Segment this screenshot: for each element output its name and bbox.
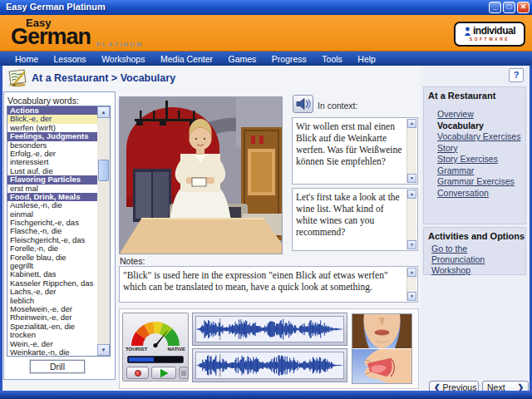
- maximize-button[interactable]: □: [503, 2, 515, 13]
- scroll-down-icon[interactable]: ▼: [97, 344, 110, 356]
- vocab-item[interactable]: Forelle,-n, die: [7, 244, 97, 253]
- vocab-item[interactable]: Lust auf, die: [7, 167, 97, 175]
- play-button[interactable]: [151, 367, 176, 379]
- german-scrollbar[interactable]: ▲ ▼: [406, 119, 416, 183]
- nav-item-media-center[interactable]: Media Center: [160, 54, 213, 64]
- vocab-item[interactable]: erst mal: [7, 185, 97, 193]
- audio-controls: ▦: [126, 367, 189, 379]
- scroll-up-icon[interactable]: ▲: [407, 268, 416, 277]
- vocab-category-header: Feelings, Judgments: [7, 132, 97, 140]
- vocab-item[interactable]: Lachs,-e, der: [7, 288, 97, 296]
- video-still: [120, 97, 282, 254]
- vocab-item[interactable]: Weinkarte,-n, die: [7, 348, 97, 356]
- scroll-down-icon[interactable]: ▼: [407, 292, 416, 301]
- vocab-item[interactable]: werfen (wirft): [7, 124, 97, 132]
- scroll-down-icon[interactable]: ▼: [407, 240, 416, 249]
- native-label: NATIVE: [167, 347, 185, 352]
- context-english-box[interactable]: Let's first take a look at the wine list…: [292, 188, 418, 251]
- sidebar-link-story-exercises[interactable]: Story Exercises: [437, 154, 520, 165]
- record-button[interactable]: [126, 367, 149, 379]
- nav-bar-wrap: HomeLessonsWorkshopsMedia CenterGamesPro…: [0, 52, 532, 66]
- nav-item-home[interactable]: Home: [15, 54, 38, 64]
- vocab-item[interactable]: lieblich: [7, 297, 97, 305]
- breadcrumb: At a Restaurant > Vocabulary: [32, 72, 175, 84]
- vocab-item[interactable]: besonders: [7, 141, 97, 150]
- vocab-category-header: Actions: [7, 106, 97, 115]
- sidebar-link-story[interactable]: Story: [437, 143, 520, 155]
- drill-button[interactable]: Drill: [30, 360, 85, 373]
- vocab-item[interactable]: Erfolg,-e, der: [7, 150, 97, 158]
- window-controls: _ □ ✕: [489, 2, 530, 13]
- lesson-links: OverviewVocabularyVocabulary ExercisesSt…: [437, 109, 520, 199]
- logo-platinum: PLATINUM: [96, 41, 144, 48]
- vocab-category-header: Food, Drink, Meals: [7, 193, 97, 201]
- scroll-thumb[interactable]: [98, 160, 109, 181]
- vocab-item[interactable]: einmal: [7, 210, 97, 219]
- vocab-item[interactable]: Auslese,-n, die: [7, 201, 97, 209]
- nav-item-lessons[interactable]: Lessons: [54, 54, 86, 64]
- vocab-item[interactable]: Flasche,-n, die: [7, 227, 97, 235]
- recording-progress-fill: [129, 357, 154, 362]
- sidebar-link-vocabulary[interactable]: Vocabulary: [437, 121, 520, 132]
- context-german-box[interactable]: Wir wollen erst mal einen Blick auf die …: [292, 117, 418, 185]
- sidebar-link-grammar-exercises[interactable]: Grammar Exercises: [437, 176, 520, 188]
- context-english-text: Let's first take a look at the wine list…: [296, 191, 405, 238]
- native-waveform-graph: [196, 317, 343, 342]
- user-waveform-graph: [196, 352, 343, 378]
- minimize-button[interactable]: _: [489, 2, 501, 13]
- notes-box[interactable]: "Blick" is used here in the expression "…: [119, 266, 418, 303]
- scroll-up-icon[interactable]: ▲: [407, 119, 416, 128]
- video-player[interactable]: [119, 96, 283, 254]
- scroll-up-icon[interactable]: ▲: [97, 106, 110, 118]
- vocab-item[interactable]: gegrillt: [7, 262, 97, 270]
- nav-bar: HomeLessonsWorkshopsMedia CenterGamesPro…: [0, 54, 376, 64]
- activities-title: Activities and Options: [428, 231, 525, 241]
- sidebar-link-vocabulary-exercises[interactable]: Vocabulary Exercises: [437, 131, 520, 143]
- context-german-text: Wir wollen erst mal einen Blick auf die …: [296, 121, 405, 167]
- help-button[interactable]: ?: [509, 68, 524, 82]
- window-title: Easy German Platinum: [6, 2, 106, 12]
- speaker-icon: [295, 97, 311, 111]
- nav-item-workshops[interactable]: Workshops: [101, 54, 145, 64]
- context-audio-button[interactable]: [293, 95, 313, 113]
- activities-link[interactable]: Go to the Pronunciation Workshop: [431, 244, 523, 276]
- vocab-item[interactable]: Rheinwein,-e, der: [7, 313, 97, 322]
- vocab-item[interactable]: interessiert: [7, 158, 97, 166]
- vocab-category-header: Flavoring Particles: [7, 175, 97, 184]
- scroll-up-icon[interactable]: ▲: [407, 190, 416, 199]
- vocab-item[interactable]: Blick,-e, der: [7, 115, 97, 123]
- vocab-list: ActionsBlick,-e, derwerfen (wirft)Feelin…: [7, 106, 97, 356]
- vocab-item[interactable]: Kabinett, das: [7, 270, 97, 278]
- sidebar-link-grammar[interactable]: Grammar: [437, 165, 520, 177]
- grid-icon: ▦: [180, 370, 187, 377]
- vocab-item[interactable]: Fleischgericht,-e, das: [7, 236, 97, 244]
- nav-item-games[interactable]: Games: [228, 54, 256, 64]
- play-icon: [160, 369, 168, 377]
- vocab-listbox: ActionsBlick,-e, derwerfen (wirft)Feelin…: [7, 106, 111, 357]
- nav-item-help[interactable]: Help: [357, 54, 376, 64]
- notes-scrollbar[interactable]: ▲ ▼: [406, 268, 416, 301]
- easy-german-logo: German: [11, 24, 91, 50]
- vocab-item[interactable]: Forelle blau, die: [7, 254, 97, 262]
- options-button[interactable]: ▦: [179, 367, 189, 379]
- scroll-down-icon[interactable]: ▼: [407, 174, 416, 183]
- vocab-item[interactable]: Fischgericht,-e, das: [7, 219, 97, 227]
- vocab-item[interactable]: Spezialität,-en, die: [7, 323, 97, 331]
- nav-item-tools[interactable]: Tools: [322, 54, 342, 64]
- app-header: Easy German PLATINUM individual SOFTWARE: [0, 15, 532, 52]
- vocab-item[interactable]: trocken: [7, 331, 97, 339]
- tourist-label: TOURIST: [126, 347, 147, 352]
- pronunciation-gauge-panel: TOURIST NATIVE ▦: [122, 313, 189, 382]
- english-scrollbar[interactable]: ▲ ▼: [406, 190, 416, 249]
- sidebar-link-overview[interactable]: Overview: [437, 109, 520, 121]
- vocab-item[interactable]: Kasseler Rippchen, das: [7, 279, 97, 288]
- vocab-item[interactable]: Wein,-e, der: [7, 340, 97, 348]
- vocab-item[interactable]: Moselwein,-e, der: [7, 305, 97, 313]
- nav-item-progress[interactable]: Progress: [272, 54, 307, 64]
- vocab-scrollbar[interactable]: ▲ ▼: [97, 106, 110, 356]
- record-icon: [135, 370, 141, 377]
- waveform-native: [192, 313, 347, 346]
- close-button[interactable]: ✕: [517, 2, 530, 13]
- accent-gauge: [126, 316, 185, 347]
- sidebar-link-conversation[interactable]: Conversation: [437, 188, 520, 200]
